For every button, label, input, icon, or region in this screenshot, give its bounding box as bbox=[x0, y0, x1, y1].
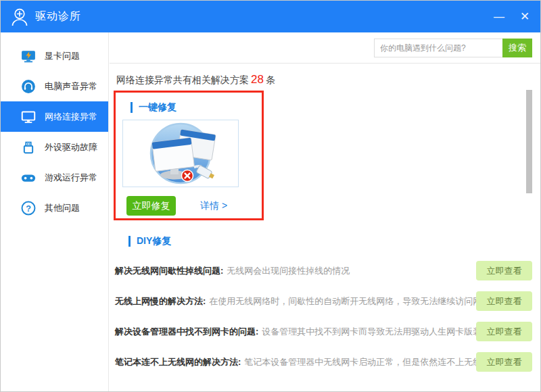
solution-title: 解决无线网间歇性掉线问题: bbox=[115, 265, 223, 277]
summary-suffix: 条 bbox=[266, 74, 275, 85]
app-title: 驱动诊所 bbox=[35, 9, 81, 24]
close-button[interactable]: ✕ bbox=[512, 1, 538, 32]
sidebar: 显卡问题 电脑声音异常 网络连接异常 外设驱动故障 游戏运行异常 bbox=[1, 32, 109, 391]
list-item: 无线上网慢的解决方法: 在使用无线网络时，间歇性的自动断开无线网络，导致无法继续… bbox=[110, 286, 540, 316]
sidebar-item-sound[interactable]: 电脑声音异常 bbox=[1, 71, 108, 101]
diy-section: DIY修复 解决无线网间歇性掉线问题: 无线网会出现间接性掉线的情况 立即查看 … bbox=[110, 235, 540, 377]
repair-now-button[interactable]: 立即修复 bbox=[126, 196, 176, 216]
solution-description: 在使用无线网络时，间歇性的自动断开无线网络，导致无法继续访问网络 bbox=[209, 295, 490, 308]
solution-title: 解决设备管理器中找不到网卡的问题: bbox=[115, 326, 258, 338]
list-item: 笔记本连不上无线网的解决方法: 笔记本设备管理器中无线网卡启动正常，但是依然连不… bbox=[110, 347, 540, 377]
question-icon: ? bbox=[21, 201, 36, 216]
solution-summary: 网络连接异常共有相关解决方案28条 bbox=[110, 64, 540, 87]
one-key-section-title: 一键修复 bbox=[139, 101, 177, 114]
sidebar-item-label: 显卡问题 bbox=[45, 50, 80, 62]
diy-section-header: DIY修复 bbox=[128, 235, 540, 247]
gpu-icon bbox=[21, 49, 36, 64]
solution-description: 笔记本设备管理器中无线网卡启动正常，但是依然连不上无线网... bbox=[244, 356, 498, 368]
view-now-button[interactable]: 立即查看 bbox=[476, 291, 532, 311]
doctor-logo-icon bbox=[9, 6, 30, 28]
one-key-actions: 立即修复 详情 > bbox=[126, 196, 262, 216]
solution-count: 28 bbox=[249, 73, 266, 86]
sidebar-item-peripheral[interactable]: 外设驱动故障 bbox=[1, 132, 108, 162]
solution-description: 设备管理其中找不到网卡而导致无法用驱动人生网卡版装... bbox=[262, 326, 489, 338]
sidebar-item-label: 其他问题 bbox=[45, 202, 80, 214]
one-key-section-header: 一键修复 bbox=[131, 101, 262, 114]
search-bar: 搜索 bbox=[110, 32, 540, 64]
sidebar-item-label: 电脑声音异常 bbox=[45, 80, 97, 93]
scrollbar-thumb[interactable] bbox=[526, 90, 532, 193]
network-icon bbox=[21, 109, 36, 124]
view-now-button[interactable]: 立即查看 bbox=[476, 261, 532, 280]
diy-section-title: DIY修复 bbox=[137, 235, 171, 247]
view-now-button[interactable]: 立即查看 bbox=[476, 322, 532, 341]
solution-description: 无线网会出现间接性掉线的情况 bbox=[227, 265, 350, 277]
usb-icon bbox=[21, 140, 36, 155]
network-error-illustration bbox=[122, 120, 239, 187]
details-link[interactable]: 详情 > bbox=[200, 200, 227, 212]
section-accent-bar bbox=[128, 236, 131, 247]
svg-text:?: ? bbox=[26, 203, 31, 213]
search-input[interactable] bbox=[374, 39, 502, 57]
sidebar-item-label: 外设驱动故障 bbox=[45, 141, 97, 153]
section-accent-bar bbox=[131, 102, 133, 113]
summary-prefix: 网络连接异常共有相关解决方案 bbox=[116, 74, 249, 85]
sidebar-item-label: 游戏运行异常 bbox=[45, 172, 97, 184]
sidebar-item-game[interactable]: 游戏运行异常 bbox=[1, 162, 108, 193]
sound-icon bbox=[21, 79, 36, 94]
gamepad-icon bbox=[21, 170, 36, 185]
solution-title: 笔记本连不上无线网的解决方法: bbox=[115, 356, 241, 368]
solution-title: 无线上网慢的解决方法: bbox=[115, 295, 206, 308]
minimize-button[interactable]: — bbox=[486, 1, 512, 32]
sidebar-item-other[interactable]: ? 其他问题 bbox=[1, 193, 108, 223]
sidebar-item-label: 网络连接异常 bbox=[45, 111, 97, 123]
list-item: 解决设备管理器中找不到网卡的问题: 设备管理其中找不到网卡而导致无法用驱动人生网… bbox=[110, 316, 540, 347]
search-button[interactable]: 搜索 bbox=[502, 39, 532, 57]
one-key-repair-panel: 一键修复 bbox=[114, 91, 264, 220]
title-bar: 驱动诊所 — ✕ bbox=[1, 1, 540, 32]
list-item: 解决无线网间歇性掉线问题: 无线网会出现间接性掉线的情况 立即查看 bbox=[110, 255, 540, 286]
sidebar-item-gpu[interactable]: 显卡问题 bbox=[1, 41, 108, 71]
main-content: 搜索 网络连接异常共有相关解决方案28条 一键修复 bbox=[110, 32, 540, 391]
diy-solution-list: 解决无线网间歇性掉线问题: 无线网会出现间接性掉线的情况 立即查看 无线上网慢的… bbox=[110, 255, 540, 377]
app-window: 驱动诊所 — ✕ 显卡问题 电脑声音异常 网络连接异常 bbox=[0, 0, 541, 392]
view-now-button[interactable]: 立即查看 bbox=[476, 352, 532, 372]
sidebar-item-network[interactable]: 网络连接异常 bbox=[1, 101, 108, 132]
